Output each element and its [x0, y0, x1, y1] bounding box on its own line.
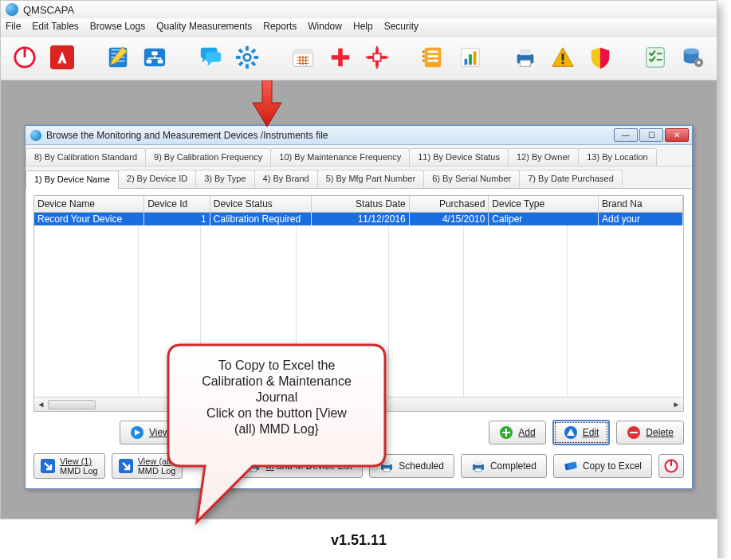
svg-point-17 [246, 55, 250, 60]
view-button-label: View [149, 427, 170, 438]
svg-rect-61 [475, 468, 481, 472]
col-device-name[interactable]: Device Name [34, 196, 144, 213]
gear-icon[interactable] [234, 43, 261, 72]
scheduled-label: Scheduled [399, 460, 444, 472]
device-grid[interactable]: Device Name Device Id Device Status Stat… [33, 195, 684, 412]
tabs-row-upper: 8) By Calibration Standard 9) By Calibra… [26, 145, 692, 166]
contacts-icon[interactable] [420, 43, 446, 72]
grid-row-selected[interactable]: Record Your Device 1 Calibration Require… [34, 213, 683, 226]
view-button[interactable]: View [120, 421, 180, 444]
child-power-button[interactable] [658, 454, 684, 478]
tab-by-date-purchased[interactable]: 7) By Date Purchased [519, 170, 623, 188]
view-one-mmd-log-button[interactable]: View (1) MMD Log [33, 453, 105, 479]
add-plus-icon [499, 425, 513, 440]
menubar: File Edit Tables Browse Logs Quality Mea… [1, 18, 717, 37]
org-chart-icon[interactable] [142, 43, 168, 72]
svg-rect-13 [251, 49, 257, 54]
edit-button[interactable]: Edit [552, 420, 611, 445]
tab-by-device-id[interactable]: 2) By Device ID [118, 170, 196, 188]
col-brand-name[interactable]: Brand Na [599, 196, 683, 213]
view1-l2: MMD Log [60, 466, 98, 476]
database-gear-icon[interactable] [680, 43, 706, 72]
tab-by-calibration-frequency[interactable]: 9) By Calibration Frequency [145, 148, 271, 166]
tab-by-owner[interactable]: 12) By Owner [508, 148, 579, 166]
tab-by-type[interactable]: 3) By Type [195, 170, 254, 188]
delete-button[interactable]: Delete [616, 421, 684, 444]
col-device-status[interactable]: Device Status [210, 196, 311, 213]
calendar-icon[interactable] [290, 43, 316, 72]
warning-icon[interactable] [550, 43, 576, 72]
tab-by-device-status[interactable]: 11) By Device Status [409, 148, 509, 166]
printer-icon[interactable] [513, 43, 539, 72]
menu-edit-tables[interactable]: Edit Tables [32, 21, 78, 32]
svg-rect-9 [246, 46, 250, 51]
plus-icon[interactable] [327, 43, 353, 72]
tab-by-mfg-part-number[interactable]: 5) By Mfg Part Number [317, 170, 424, 188]
edit-button-label: Edit [583, 427, 599, 438]
crud-button-row: View Add Edit [26, 412, 692, 450]
completed-button[interactable]: Completed [461, 454, 547, 478]
svg-rect-28 [422, 55, 425, 57]
scroll-left-button[interactable]: ◄ [34, 398, 48, 411]
close-button[interactable]: ✕ [665, 128, 689, 142]
viewall-l2: MMD Log [138, 466, 176, 476]
expand-icon[interactable] [364, 43, 391, 72]
col-device-type[interactable]: Device Type [489, 196, 599, 213]
add-button[interactable]: Add [489, 421, 545, 444]
power-icon[interactable] [12, 43, 38, 72]
horizontal-scrollbar[interactable]: ◄ ► [34, 397, 683, 411]
col-status-date[interactable]: Status Date [311, 196, 409, 213]
menu-help[interactable]: Help [353, 21, 373, 32]
copy-excel-label: Copy to Excel [583, 460, 642, 472]
tab-by-serial-number[interactable]: 6) By Serial Number [423, 170, 520, 188]
svg-rect-63 [568, 462, 577, 470]
scheduled-button[interactable]: Scheduled [369, 454, 454, 478]
menu-file[interactable]: File [6, 21, 21, 32]
scroll-right-button[interactable]: ► [670, 398, 683, 411]
tab-by-calibration-standard[interactable]: 8) By Calibration Standard [26, 148, 146, 166]
maximize-button[interactable]: ☐ [639, 128, 663, 142]
col-purchased[interactable]: Purchased [409, 196, 489, 213]
child-window: Browse the Monitoring and Measurement De… [25, 125, 693, 489]
tab-by-device-name[interactable]: 1) By Device Name [26, 170, 119, 189]
cell-brand: Add your [599, 213, 683, 226]
svg-rect-5 [151, 52, 158, 56]
mm-device-list-button[interactable]: M and M Device List [236, 454, 363, 478]
cell-device-status: Calibration Required [210, 213, 311, 226]
svg-rect-14 [238, 61, 244, 67]
svg-rect-55 [250, 468, 257, 472]
copy-to-excel-button[interactable]: Copy to Excel [553, 454, 652, 478]
adobe-icon[interactable] [49, 43, 76, 72]
cell-device-id: 1 [144, 213, 210, 226]
svg-rect-16 [251, 61, 257, 67]
scroll-track[interactable] [48, 398, 670, 411]
notebook-icon[interactable] [104, 43, 131, 72]
minimize-button[interactable]: — [614, 128, 638, 142]
tab-by-location[interactable]: 13) By Location [578, 148, 656, 166]
cell-purchased: 4/15/2010 [409, 213, 489, 226]
shield-icon[interactable] [587, 43, 613, 72]
menu-reports[interactable]: Reports [263, 21, 297, 32]
child-titlebar[interactable]: Browse the Monitoring and Measurement De… [26, 126, 692, 145]
menu-browse-logs[interactable]: Browse Logs [90, 21, 145, 32]
view-all-mmd-log-button[interactable]: View (all) MMD Log [112, 453, 183, 479]
scroll-thumb[interactable] [48, 400, 96, 409]
svg-rect-32 [469, 54, 472, 65]
chat-icon[interactable] [198, 43, 224, 72]
checklist-icon[interactable] [643, 43, 669, 72]
svg-rect-31 [464, 59, 467, 65]
col-device-id[interactable]: Device Id [144, 196, 210, 213]
svg-rect-65 [670, 460, 672, 466]
tab-by-maintenance-frequency[interactable]: 10) By Maintenance Frequency [270, 148, 410, 166]
svg-rect-50 [630, 432, 638, 433]
svg-rect-6 [147, 60, 152, 64]
red-arrow-annotation [251, 80, 283, 128]
edit-triangle-icon [564, 425, 578, 440]
tab-by-brand[interactable]: 4) By Brand [254, 170, 318, 188]
svg-rect-10 [246, 64, 250, 69]
menu-window[interactable]: Window [308, 21, 342, 32]
cell-device-name: Record Your Device [34, 213, 144, 226]
menu-quality-measurements[interactable]: Quality Measurements [156, 21, 252, 32]
menu-security[interactable]: Security [384, 21, 419, 32]
bar-chart-icon[interactable] [457, 43, 483, 72]
